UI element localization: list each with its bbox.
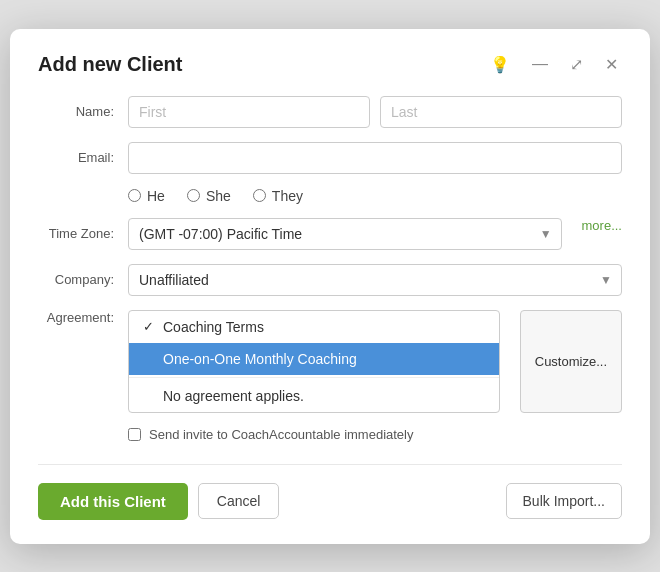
- invite-row: Send invite to CoachAccountable immediat…: [38, 427, 622, 442]
- bulk-import-button[interactable]: Bulk Import...: [506, 483, 622, 519]
- pronoun-they[interactable]: They: [253, 188, 303, 204]
- agreement-option-label-1: Coaching Terms: [163, 319, 264, 335]
- email-fields: [128, 142, 622, 174]
- agreement-dropdown: ✓ Coaching Terms One-on-One Monthly Coac…: [128, 310, 500, 413]
- agreement-row: Agreement: ✓ Coaching Terms One-on-One M…: [38, 310, 622, 413]
- invite-checkbox[interactable]: [128, 428, 141, 441]
- timezone-more-link[interactable]: more...: [582, 218, 622, 250]
- name-fields: [128, 96, 622, 128]
- last-name-input[interactable]: [380, 96, 622, 128]
- window-controls: 💡 — ⤢ ✕: [486, 53, 622, 76]
- invite-label[interactable]: Send invite to CoachAccountable immediat…: [149, 427, 413, 442]
- timezone-label: Time Zone:: [38, 226, 128, 241]
- add-client-dialog: Add new Client 💡 — ⤢ ✕ Name: Email: He: [10, 29, 650, 544]
- agreement-option-coaching-terms[interactable]: ✓ Coaching Terms: [129, 311, 499, 343]
- pronoun-he-label: He: [147, 188, 165, 204]
- pronoun-group: He She They: [128, 188, 303, 204]
- lightbulb-icon[interactable]: 💡: [486, 53, 514, 76]
- dialog-title: Add new Client: [38, 53, 182, 76]
- pronoun-he-radio[interactable]: [128, 189, 141, 202]
- agreement-option-label-2: One-on-One Monthly Coaching: [163, 351, 357, 367]
- dialog-footer: Add this Client Cancel Bulk Import...: [38, 464, 622, 520]
- company-row: Company: Unaffiliated ▼: [38, 264, 622, 296]
- email-row: Email:: [38, 142, 622, 174]
- minimize-icon[interactable]: —: [528, 53, 552, 75]
- pronoun-they-label: They: [272, 188, 303, 204]
- timezone-fields: (GMT -07:00) Pacific Time ▼ more...: [128, 218, 622, 250]
- agreement-option-label-3: No agreement applies.: [163, 388, 304, 404]
- pronoun-she-label: She: [206, 188, 231, 204]
- email-label: Email:: [38, 150, 128, 165]
- agreement-fields: ✓ Coaching Terms One-on-One Monthly Coac…: [128, 310, 622, 413]
- close-icon[interactable]: ✕: [601, 53, 622, 76]
- customize-button[interactable]: Customize...: [520, 310, 622, 413]
- pronoun-she-radio[interactable]: [187, 189, 200, 202]
- timezone-select-wrap: (GMT -07:00) Pacific Time ▼: [128, 218, 562, 250]
- agreement-option-none[interactable]: No agreement applies.: [129, 380, 499, 412]
- company-select[interactable]: Unaffiliated: [128, 264, 622, 296]
- company-fields: Unaffiliated ▼: [128, 264, 622, 296]
- pronoun-he[interactable]: He: [128, 188, 165, 204]
- company-label: Company:: [38, 272, 128, 287]
- agreement-dropdown-wrap: ✓ Coaching Terms One-on-One Monthly Coac…: [128, 310, 500, 413]
- timezone-row: Time Zone: (GMT -07:00) Pacific Time ▼ m…: [38, 218, 622, 250]
- name-row: Name:: [38, 96, 622, 128]
- pronoun-row: He She They: [38, 188, 622, 204]
- dialog-title-bar: Add new Client 💡 — ⤢ ✕: [38, 53, 622, 76]
- check-icon: ✓: [143, 319, 157, 334]
- expand-icon[interactable]: ⤢: [566, 53, 587, 76]
- cancel-button[interactable]: Cancel: [198, 483, 280, 519]
- agreement-label: Agreement:: [38, 310, 128, 325]
- pronoun-they-radio[interactable]: [253, 189, 266, 202]
- pronoun-she[interactable]: She: [187, 188, 231, 204]
- agreement-option-monthly[interactable]: One-on-One Monthly Coaching: [129, 343, 499, 375]
- name-label: Name:: [38, 104, 128, 119]
- first-name-input[interactable]: [128, 96, 370, 128]
- add-client-button[interactable]: Add this Client: [38, 483, 188, 520]
- email-input[interactable]: [128, 142, 622, 174]
- timezone-select[interactable]: (GMT -07:00) Pacific Time: [128, 218, 562, 250]
- dropdown-divider: [129, 377, 499, 378]
- company-select-wrap: Unaffiliated ▼: [128, 264, 622, 296]
